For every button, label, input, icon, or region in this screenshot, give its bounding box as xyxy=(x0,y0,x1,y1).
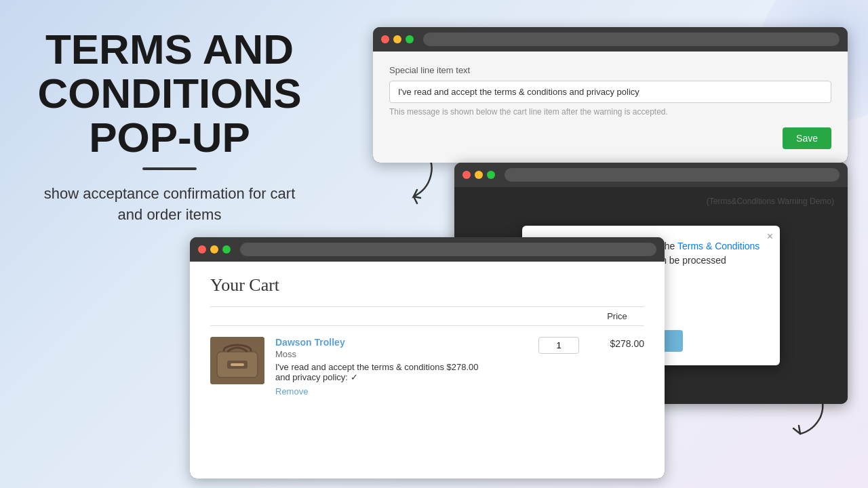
yellow-dot-cart-icon[interactable] xyxy=(210,245,218,253)
subtitle-text: show acceptance confirmation for cart an… xyxy=(27,184,312,226)
price-column-header: Price xyxy=(590,311,644,321)
field-hint-text: This message is shown below the cart lin… xyxy=(389,107,831,117)
cart-browser-content: Your Cart Price Dawson Trolle xyxy=(190,262,665,479)
green-dot-cart-icon[interactable] xyxy=(222,245,231,253)
title-underline xyxy=(142,167,197,170)
address-bar-top[interactable] xyxy=(423,33,840,46)
terms-link[interactable]: Terms & Conditions xyxy=(677,241,760,251)
green-dot-mid-icon[interactable] xyxy=(487,171,495,179)
save-button[interactable]: Save xyxy=(783,127,831,149)
yellow-dot-icon[interactable] xyxy=(393,35,401,43)
yellow-dot-mid-icon[interactable] xyxy=(475,171,483,179)
cart-item-row: Dawson Trolley Moss I've read and accept… xyxy=(210,337,644,397)
address-bar-mid[interactable] xyxy=(505,168,840,182)
modal-close-button[interactable]: × xyxy=(767,231,773,242)
cart-header-row: Price xyxy=(210,306,644,326)
item-acceptance-text: I've read and accept the terms & conditi… xyxy=(275,362,528,382)
address-bar-cart[interactable] xyxy=(240,243,656,256)
title-line1: TERMS AND xyxy=(45,26,294,73)
bag-svg xyxy=(210,337,264,384)
item-price: $278.00 xyxy=(590,337,644,349)
acceptance-price: $278.00 xyxy=(447,362,479,372)
main-title: TERMS AND CONDITIONS POP-UP xyxy=(27,27,312,159)
browser-titlebar-cart xyxy=(190,237,665,262)
browser-titlebar-mid xyxy=(454,163,848,187)
field-label: Special line item text xyxy=(389,65,831,75)
acceptance-check: and privacy policy: ✓ xyxy=(275,372,358,382)
cart-title: Your Cart xyxy=(210,275,644,296)
browser-titlebar-top xyxy=(373,27,848,52)
item-variant: Moss xyxy=(275,349,528,359)
green-dot-icon[interactable] xyxy=(406,35,414,43)
settings-browser-content: Special line item text I've read and acc… xyxy=(373,52,848,163)
product-image xyxy=(210,337,264,384)
item-details: Dawson Trolley Moss I've read and accept… xyxy=(275,337,528,397)
item-qty-container xyxy=(538,337,579,354)
settings-browser-window: Special line item text I've read and acc… xyxy=(373,27,848,163)
red-dot-mid-icon[interactable] xyxy=(462,171,471,179)
title-line3: POP-UP xyxy=(89,114,250,161)
red-dot-cart-icon[interactable] xyxy=(198,245,206,253)
cart-browser-window: Your Cart Price Dawson Trolle xyxy=(190,237,665,479)
svg-rect-12 xyxy=(231,363,244,366)
quantity-input[interactable] xyxy=(538,337,579,354)
acceptance-text-part1: I've read and accept the terms & conditi… xyxy=(275,362,444,372)
title-line2: CONDITIONS xyxy=(37,70,301,117)
line-item-text-input[interactable]: I've read and accept the terms & conditi… xyxy=(389,81,831,103)
item-name-link[interactable]: Dawson Trolley xyxy=(275,337,528,348)
red-dot-icon[interactable] xyxy=(381,35,389,43)
remove-link[interactable]: Remove xyxy=(275,386,308,396)
